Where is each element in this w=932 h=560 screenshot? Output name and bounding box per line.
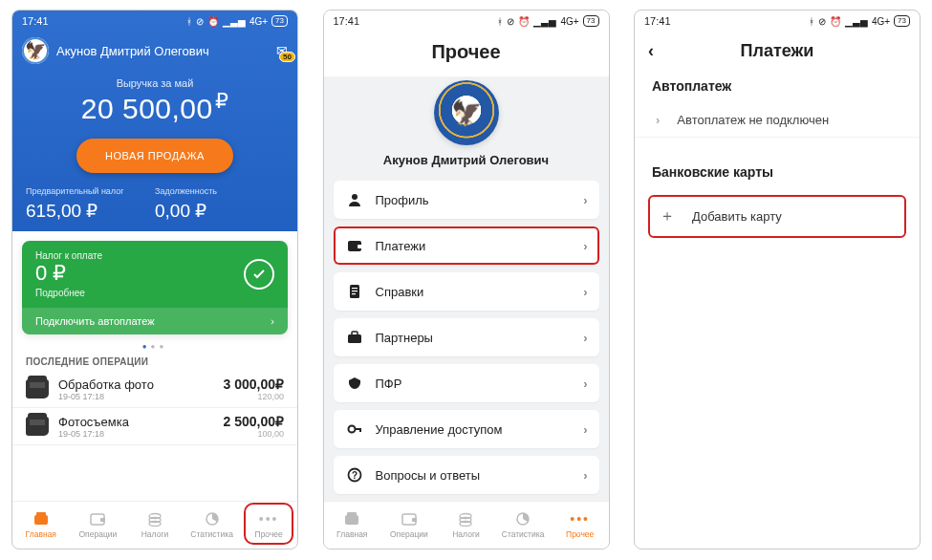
status-bar: 17:41 ᚼ ⊘ ⏰ ▁▃▅ 4G+ 73 — [12, 11, 297, 32]
op-amount: 3 000,00₽ — [224, 377, 285, 392]
op-row[interactable]: Фотосъемка 19-05 17:18 2 500,00₽ 100,00 — [12, 408, 297, 445]
section-autopay: Автоплатеж — [635, 75, 920, 103]
chevron-right-icon: › — [583, 239, 587, 253]
username: Акунов Дмитрий Олегович — [56, 44, 269, 58]
chevron-right-icon: › — [271, 315, 274, 327]
tab-ops[interactable]: Операции — [380, 502, 438, 549]
bluetooth-icon: ᚼ — [186, 16, 192, 27]
document-icon — [345, 284, 364, 299]
menu-faq[interactable]: ? Вопросы и ответы › — [334, 456, 599, 494]
key-icon — [345, 421, 364, 437]
chevron-right-icon: › — [583, 377, 587, 391]
menu-docs[interactable]: Справки › — [334, 272, 599, 311]
bottom-nav: Главная Операции Налоги Статистика ••• П… — [324, 501, 609, 549]
chevron-right-icon: › — [583, 422, 587, 437]
page-dots: ●●● — [12, 334, 297, 356]
help-icon: ? — [345, 467, 364, 483]
pretax-label: Предварительный налог — [26, 186, 155, 196]
briefcase-icon — [345, 331, 364, 344]
section-cards: Банковские карты — [635, 138, 920, 189]
home-icon — [33, 511, 50, 527]
page-title: Платежи — [648, 41, 906, 61]
chevron-right-icon: › — [583, 285, 587, 299]
tax-due-label: Налог к оплате — [35, 250, 244, 261]
signal-icon: ▁▃▅ — [223, 16, 246, 27]
plus-icon: ＋ — [660, 206, 675, 226]
messages-button[interactable]: ✉ 50 — [276, 43, 288, 58]
pfr-icon — [345, 376, 364, 391]
debt-label: Задолженность — [155, 186, 284, 196]
tab-ops[interactable]: Операции — [70, 502, 127, 549]
menu-payments[interactable]: Платежи › — [334, 226, 599, 265]
messages-badge: 50 — [279, 52, 295, 62]
tax-due-amount: 0 ₽ — [35, 261, 244, 286]
status-battery: 73 — [271, 15, 288, 27]
op-amount-sub: 100,00 — [224, 429, 285, 439]
tab-taxes[interactable]: Налоги — [126, 502, 184, 549]
svg-point-8 — [352, 194, 358, 200]
op-amount-sub: 120,00 — [224, 392, 285, 401]
coins-icon — [457, 511, 474, 527]
status-icons: ᚼ ⊘ ⏰ ▁▃▅ 4G+ 73 — [186, 15, 288, 27]
op-sub: 19-05 17:18 — [58, 429, 224, 439]
signal-icon: ▁▃▅ — [845, 16, 868, 27]
menu-partners[interactable]: Партнеры › — [334, 318, 599, 356]
svg-rect-14 — [352, 293, 356, 294]
username: Акунов Дмитрий Олегович — [324, 153, 609, 181]
new-sale-button[interactable]: НОВАЯ ПРОДАЖА — [76, 139, 233, 173]
svg-rect-12 — [352, 288, 358, 289]
tab-home[interactable]: Главная — [12, 502, 70, 549]
chevron-right-icon: › — [583, 331, 587, 345]
bluetooth-icon: ᚼ — [809, 16, 814, 27]
dnd-icon: ⊘ — [196, 16, 204, 27]
status-net: 4G+ — [872, 16, 890, 27]
status-bar: 17:41 ᚼ ⊘ ⏰ ▁▃▅ 4G+ 73 — [635, 11, 920, 32]
dnd-icon: ⊘ — [507, 16, 514, 27]
status-bar: 17:41 ᚼ ⊘ ⏰ ▁▃▅ 4G+ 73 — [324, 11, 609, 32]
status-time: 17:41 — [334, 15, 360, 27]
chevron-right-icon: › — [583, 468, 587, 483]
alarm-icon: ⏰ — [518, 16, 530, 27]
status-time: 17:41 — [644, 15, 671, 27]
add-card-button[interactable]: ＋ Добавить карту — [648, 195, 906, 238]
menu-pfr[interactable]: ПФР › — [334, 364, 599, 402]
status-time: 17:41 — [22, 15, 49, 27]
menu-access[interactable]: Управление доступом › — [334, 410, 599, 448]
screen-payments: 17:41 ᚼ ⊘ ⏰ ▁▃▅ 4G+ 73 ‹ Платежи Автопла… — [634, 10, 921, 549]
signal-icon: ▁▃▅ — [533, 16, 556, 27]
autopay-row[interactable]: › Автоплатеж не подключен — [635, 103, 920, 138]
svg-rect-19 — [359, 428, 361, 432]
tab-other[interactable]: ••• Прочее — [552, 502, 609, 549]
alarm-icon: ⏰ — [830, 16, 841, 27]
revenue-label: Выручка за май — [12, 77, 297, 89]
page-title: Прочее — [324, 32, 609, 76]
svg-rect-16 — [352, 332, 358, 335]
screen-home: 17:41 ᚼ ⊘ ⏰ ▁▃▅ 4G+ 73 🦅 Акунов Дмитрий … — [11, 10, 298, 549]
tab-stats[interactable]: Статистика — [184, 502, 241, 549]
pretax-value: 615,00 ₽ — [26, 200, 155, 222]
home-icon — [343, 511, 360, 527]
op-title: Обработка фото — [58, 377, 224, 392]
menu-profile[interactable]: Профиль › — [334, 181, 599, 219]
svg-rect-25 — [412, 518, 417, 522]
wallet-icon — [345, 239, 364, 252]
tab-taxes[interactable]: Налоги — [438, 502, 495, 549]
autopay-link[interactable]: Подключить автоплатеж › — [22, 308, 288, 334]
svg-point-17 — [348, 426, 355, 433]
dnd-icon: ⊘ — [818, 16, 826, 27]
recent-ops-header: ПОСЛЕДНИЕ ОПЕРАЦИИ — [12, 356, 297, 371]
status-icons: ᚼ ⊘ ⏰ ▁▃▅ 4G+ 73 — [809, 15, 910, 27]
menu-list: Профиль › Платежи › Справки › Партнеры ›… — [324, 181, 609, 494]
tax-due-card[interactable]: Налог к оплате 0 ₽ Подробнее Подключить … — [22, 241, 288, 334]
fns-logo-icon — [434, 80, 499, 145]
svg-rect-10 — [358, 245, 362, 248]
wallet-icon — [89, 511, 106, 527]
tab-home[interactable]: Главная — [324, 502, 381, 549]
screen-other: 17:41 ᚼ ⊘ ⏰ ▁▃▅ 4G+ 73 Прочее Акунов Дми… — [323, 10, 610, 549]
svg-text:?: ? — [351, 470, 357, 481]
tab-stats[interactable]: Статистика — [494, 502, 552, 549]
check-icon — [244, 259, 274, 290]
pie-icon — [204, 511, 221, 527]
op-sub: 19-05 17:18 — [58, 392, 224, 401]
op-row[interactable]: Обработка фото 19-05 17:18 3 000,00₽ 120… — [12, 371, 297, 408]
